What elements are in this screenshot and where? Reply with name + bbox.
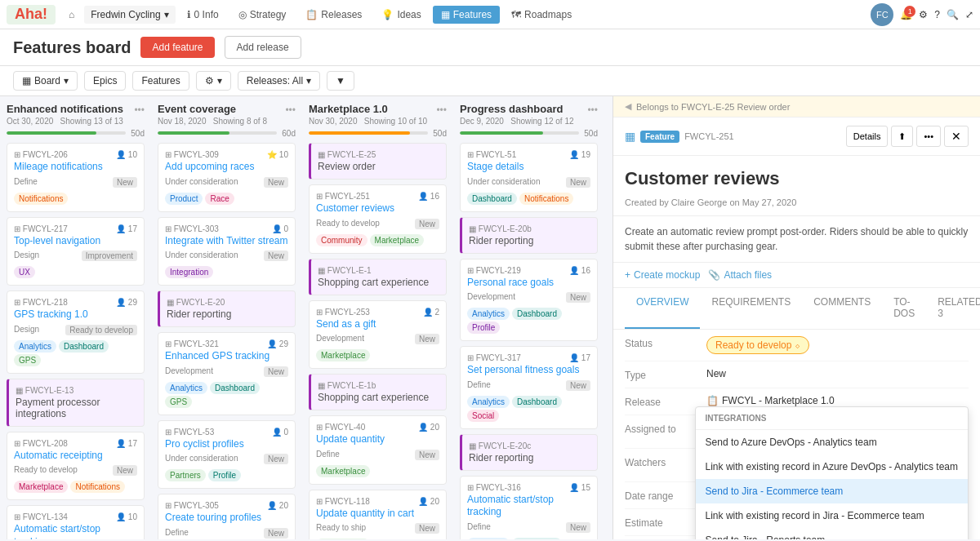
card-epic[interactable]: ▦ FWCYL-E-20c Rider reporting (460, 434, 598, 471)
features-btn[interactable]: Features (132, 71, 189, 91)
filter-btn[interactable]: ▼ (327, 71, 354, 91)
tab-comments[interactable]: COMMENTS (802, 288, 882, 329)
card-tag: GPS (14, 354, 41, 366)
feature-card[interactable]: ⊞ FWCYL-208 👤 17 Automatic receipting Re… (7, 432, 145, 501)
feature-card[interactable]: ⊞ FWCYL-317 👤 17 Set personal fitness go… (460, 346, 598, 429)
mockup-icon: + (625, 269, 630, 281)
card-title: Stage details (467, 161, 590, 174)
card-epic[interactable]: ▦ FWCYL-E-25 Review order (309, 143, 447, 180)
nav-releases[interactable]: 📋 Releases (297, 6, 370, 24)
feature-card[interactable]: ⊞ FWCYL-217 👤 17 Top-level navigation De… (7, 217, 145, 286)
expand-icon[interactable]: ⤢ (965, 9, 973, 20)
column-date: Oct 30, 2020 Showing 13 of 13 (7, 117, 145, 126)
feature-card[interactable]: ⊞ FWCYL-218 👤 29 GPS tracking 1.0 Design… (7, 290, 145, 374)
epics-btn[interactable]: Epics (84, 71, 126, 91)
feature-card[interactable]: ⊞ FWCYL-309 ⭐ 10 Add upcoming races Unde… (158, 143, 296, 212)
releases-filter-btn[interactable]: Releases: All ▾ (238, 71, 320, 91)
feature-card[interactable]: ⊞ FWCYL-251 👤 16 Customer reviews Ready … (309, 184, 447, 254)
status-value[interactable]: Ready to develop ⬦ (706, 336, 969, 354)
card-tag: Marketplace (316, 465, 370, 477)
feature-card[interactable]: ⊞ FWCYL-40 👤 20 Update quantity Define N… (309, 415, 447, 485)
details-btn[interactable]: Details (846, 126, 889, 147)
feature-card[interactable]: ⊞ FWCYL-118 👤 20 Update quantity in cart… (309, 490, 447, 539)
share-btn[interactable]: ⬆ (891, 126, 913, 147)
settings-btn[interactable]: ⚙ ▾ (196, 71, 231, 91)
feature-card[interactable]: ⊞ FWCYL-51 👤 19 Stage details Under cons… (460, 143, 598, 212)
app-logo[interactable]: Aha! (7, 5, 56, 24)
close-btn[interactable]: ✕ (944, 126, 969, 147)
card-status: Ready to ship New (316, 523, 439, 534)
card-epic[interactable]: ▦ FWCYL-E-1b Shopping cart experience (309, 374, 447, 410)
panel-actions-row: + Create mockup 📎 Attach files (613, 263, 980, 288)
tab-related[interactable]: RELATED 3 (926, 288, 980, 329)
nav-ideas[interactable]: 💡 Ideas (373, 6, 429, 24)
nav-ideas-label: Ideas (397, 9, 421, 20)
card-tag: Partners (165, 469, 206, 481)
notifications-btn[interactable]: 🔔 1 (900, 9, 912, 20)
back-chevron[interactable]: ◀ (625, 101, 631, 112)
feature-card[interactable]: ⊞ FWCYL-303 👤 0 Integrate with Twitter s… (158, 217, 296, 286)
user-avatar[interactable]: FC (871, 3, 893, 26)
column-menu[interactable]: ••• (134, 104, 145, 116)
nav-info-label: 0 Info (194, 9, 219, 20)
feature-card[interactable]: ⊞ FWCYL-305 👤 20 Create touring profiles… (158, 494, 296, 539)
integration-item[interactable]: Send to Jira - Ecommerce team (696, 479, 968, 503)
tab-to-dos[interactable]: TO-DOS (882, 288, 926, 329)
nav-info[interactable]: ℹ 0 Info (179, 6, 227, 24)
card-title: Personal race goals (467, 277, 590, 290)
help-icon[interactable]: ? (934, 9, 940, 20)
add-release-button[interactable]: Add release (225, 36, 301, 59)
column-menu[interactable]: ••• (587, 104, 598, 116)
column-menu[interactable]: ••• (285, 104, 296, 116)
nav-strategy[interactable]: ◎ Strategy (230, 6, 295, 24)
add-feature-button[interactable]: Add feature (140, 37, 214, 58)
card-epic[interactable]: ▦ FWCYL-E-20b Rider reporting (460, 217, 598, 254)
attach-files-btn[interactable]: 📎 Attach files (708, 269, 772, 281)
card-tag: Profile (208, 469, 241, 481)
create-mockup-btn[interactable]: + Create mockup (625, 269, 700, 281)
integration-item[interactable]: Link with existing record in Azure DevOp… (696, 455, 968, 479)
tab-overview[interactable]: OVERVIEW (625, 288, 700, 329)
column-date: Dec 9, 2020 Showing 12 of 12 (460, 117, 598, 126)
card-tag: Race (205, 193, 234, 205)
feature-card[interactable]: ⊞ FWCYL-253 👤 2 Send as a gift Developme… (309, 300, 447, 370)
card-epic[interactable]: ▦ FWCYL-E-13 Payment processor integrati… (7, 379, 145, 427)
home-icon[interactable]: ⌂ (62, 6, 81, 24)
integration-item[interactable]: Link with existing record in Jira - Ecom… (696, 503, 968, 528)
feature-card[interactable]: ⊞ FWCYL-134 👤 10 Automatic start/stop tr… (7, 505, 145, 539)
status-badge[interactable]: Ready to develop ⬦ (706, 336, 809, 354)
card-tags: AnalyticsDashboard (467, 536, 590, 539)
card-epic[interactable]: ▦ FWCYL-E-1 Shopping cart experience (309, 259, 447, 295)
capacity-bar (158, 131, 277, 135)
nav-releases-label: Releases (321, 9, 362, 20)
top-nav: Aha! ⌂ Fredwin Cycling ▾ ℹ 0 Info ◎ Stra… (0, 0, 980, 29)
card-tag: GPS (165, 396, 192, 408)
board-view-btn[interactable]: ▦ Board ▾ (13, 71, 78, 91)
nav-roadmaps[interactable]: 🗺 Roadmaps (503, 6, 580, 24)
integration-item[interactable]: Send to Jira - Reports team (696, 528, 968, 539)
card-epic[interactable]: ▦ FWCYL-E-20 Rider reporting (158, 290, 296, 327)
settings-icon[interactable]: ⚙ (919, 9, 928, 20)
search-icon[interactable]: 🔍 (947, 9, 959, 20)
card-id: ⊞ FWCYL-321 👤 29 (165, 339, 288, 348)
feature-card[interactable]: ⊞ FWCYL-219 👤 16 Personal race goals Dev… (460, 259, 598, 342)
feature-card[interactable]: ⊞ FWCYL-206 👤 10 Mileage notifications D… (7, 143, 145, 212)
nav-strategy-label: Strategy (250, 9, 287, 20)
integration-item[interactable]: Send to Azure DevOps - Analytics team (696, 430, 968, 455)
filter-icon: ▼ (336, 75, 345, 86)
features-icon: ▦ (441, 9, 450, 20)
tab-requirements[interactable]: REQUIREMENTS (700, 288, 802, 329)
feature-card[interactable]: ⊞ FWCYL-53 👤 0 Pro cyclist profiles Unde… (158, 420, 296, 490)
more-btn[interactable]: ••• (916, 126, 941, 147)
card-status: Under consideration New (165, 177, 288, 188)
panel-title: Customer reviews (613, 156, 980, 194)
release-value[interactable]: 📋 FWCYL - Marketplace 1.0 (706, 395, 969, 406)
feature-card[interactable]: ⊞ FWCYL-316 👤 15 Automatic start/stop tr… (460, 476, 598, 539)
card-id: ⊞ FWCYL-316 👤 15 (467, 483, 590, 492)
capacity-label: 60d (282, 129, 296, 138)
workspace-dropdown[interactable]: Fredwin Cycling ▾ (84, 6, 175, 24)
card-status: Development New (165, 366, 288, 377)
column-menu[interactable]: ••• (436, 104, 447, 116)
feature-card[interactable]: ⊞ FWCYL-321 👤 29 Enhanced GPS tracking D… (158, 332, 296, 415)
nav-features[interactable]: ▦ Features (433, 6, 500, 24)
